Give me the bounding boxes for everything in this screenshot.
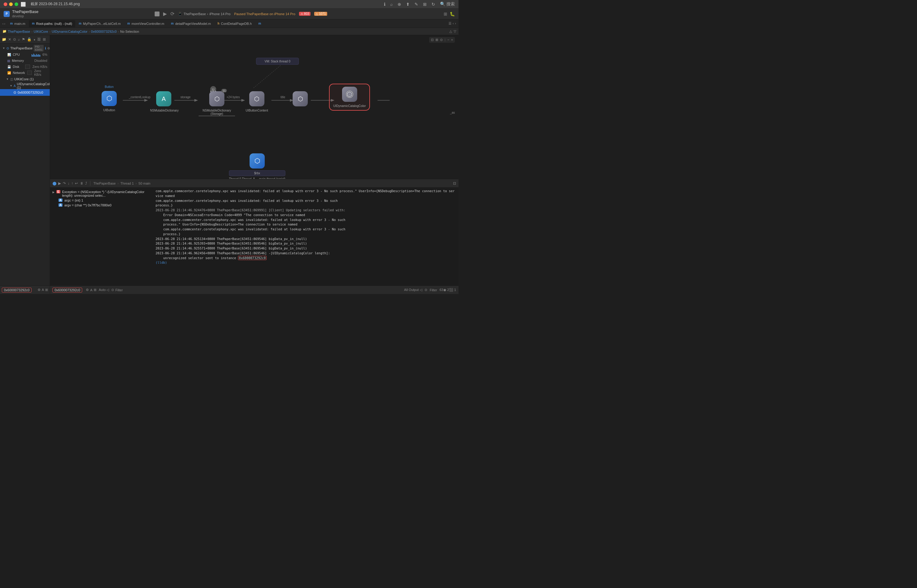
debug-arrow[interactable]: ▶ — [52, 191, 55, 194]
status-filter-icon[interactable]: A — [90, 288, 92, 292]
filter-right-label: Filter — [430, 288, 437, 292]
main-layout: 📁 ✕ ⊙ ⌕ ⚑ 🔒 ⬧ ⛓ ⊞ ▼ ⊙ ThePaperBase PID 6… — [0, 35, 458, 294]
device-selector[interactable]: 📱 ThePaperBase › iPhone 14 Pro — [178, 12, 230, 16]
step-out-icon[interactable]: ↑ — [71, 181, 73, 186]
tab-label: main.m — [14, 22, 25, 26]
zoom-fit-icon[interactable]: ⊡ — [431, 38, 433, 42]
argc-text: argc = (int) 1 — [64, 199, 83, 202]
tab-detailpage[interactable]: m detailPageViewModel.m — [168, 20, 214, 27]
filter-right-icon[interactable]: ⊙ — [425, 288, 427, 292]
console-clear-icon[interactable]: ⊡ — [453, 181, 456, 186]
minimize-button[interactable] — [9, 2, 13, 6]
settings-icon[interactable]: ⚙ — [47, 47, 50, 50]
zoom-capture-icon[interactable]: ⊙ — [440, 38, 443, 42]
edit-icon[interactable]: ✎ — [414, 2, 418, 6]
pause-icon[interactable]: ⏸ — [80, 181, 83, 186]
uikitcore-label: UIKitCore (1) — [14, 77, 34, 81]
uikitcore-item[interactable]: ▼ ◫ UIKitCore (1) — [0, 76, 50, 82]
tab-nav-back[interactable]: ‹ — [453, 21, 454, 26]
fullscreen-button[interactable] — [15, 2, 18, 6]
tab-contdetail[interactable]: h ContDetailPageDB.h — [214, 20, 255, 27]
nav-back-icon[interactable]: ‹ — [2, 22, 4, 26]
window-icon[interactable]: ⊞ — [423, 2, 427, 6]
breadcrumb-thepaper[interactable]: ThePaperBase — [8, 30, 30, 33]
console-output[interactable]: com.apple.commcenter.coretelephony.xpc w… — [153, 187, 458, 286]
instance-item[interactable]: ⊙ 0x6000073292c0 — [0, 89, 50, 96]
console-line-4: 2023-06-28 21:14:46.924476+0800 ThePaper… — [155, 208, 456, 213]
storage-icon[interactable]: ⬡ 11 — [209, 91, 225, 107]
step-into-icon[interactable]: ↓ — [68, 181, 70, 186]
breadcrumb-address[interactable]: 0x6000073292c0 — [91, 30, 116, 33]
zoom-grid-icon[interactable]: ⊞ — [435, 38, 438, 42]
sidebar-filter-icon[interactable]: ⊞ — [45, 288, 48, 292]
tab-moreview[interactable]: m moreViewController.m — [125, 20, 167, 27]
lock-icon[interactable]: 🔒 — [27, 37, 32, 42]
search2-icon[interactable]: 🔍 搜索 — [440, 2, 455, 7]
breadcrumb-uikit[interactable]: UIKitCore — [34, 30, 48, 33]
console-line-11: 2023-06-28 21:14:46.925393+0800 ThePaper… — [155, 241, 456, 246]
grid-icon[interactable]: ⊞ — [43, 37, 46, 42]
tab-nav-fwd[interactable]: › — [455, 21, 456, 26]
target-icon[interactable]: ⊙ — [13, 37, 16, 42]
console-line-5: Error Domain=NSCocoaErrorDomain Code=409… — [155, 213, 456, 218]
status-right: All Output ◁ ⊙ Filter 63◉ 2⬛ 1 — [404, 288, 456, 292]
sidebar-bottom: 0x6000073292c0 ⚙ A ⊞ — [0, 286, 50, 294]
process-item[interactable]: ▼ ⊙ ThePaperBase PID 63451 ℹ ⚙ — [0, 45, 50, 52]
sidebar-toggle-icon[interactable]: ⬜ — [21, 2, 26, 6]
breadcrumb-up-icon[interactable]: △ — [450, 29, 452, 33]
toolbar-sep — [90, 181, 91, 186]
search-icon[interactable]: ⌕ — [390, 2, 393, 6]
uibuttoncontent-icon[interactable]: ⬡ — [249, 91, 264, 107]
tab-icon: m — [10, 22, 13, 25]
folder-icon[interactable]: 📁 — [2, 37, 6, 42]
sidebar-settings-icon[interactable]: ⚙ — [37, 288, 40, 292]
mutabledict-icon[interactable]: A — [156, 91, 171, 107]
jump-icon[interactable]: ⤴ — [85, 181, 87, 186]
zoom-out-icon[interactable]: − — [447, 38, 449, 42]
step-over-button[interactable]: ⟳ — [170, 11, 175, 17]
continue-icon[interactable]: ▶ — [58, 181, 61, 186]
debug-icon[interactable]: 🐛 — [450, 11, 455, 16]
backtrace-icon[interactable]: ↩ — [75, 181, 78, 186]
tab-main[interactable]: m main.m — [7, 20, 28, 27]
title-icon[interactable]: ⬡ — [293, 91, 308, 107]
share-icon[interactable]: ⬆ — [406, 2, 410, 6]
breakpoint-icon[interactable]: ⬤ — [52, 181, 57, 186]
breadcrumb-down-icon[interactable]: ▽ — [454, 29, 456, 33]
link-icon[interactable]: ⛓ — [37, 37, 41, 42]
uidynamic-icon[interactable]: ⬡ ⊙ — [342, 87, 357, 102]
button-node-icon[interactable]: ⬡ — [102, 91, 117, 106]
thread-bottom-icon: ⬡ — [249, 153, 265, 168]
step-over-icon[interactable]: ↷ — [63, 181, 66, 186]
status-grid-icon[interactable]: ⊞ — [94, 288, 96, 292]
run-button[interactable]: ▶ — [163, 11, 167, 17]
breadcrumb-uidynamic[interactable]: UIDynamicCatalogColor — [52, 30, 87, 33]
network-value: Zero KB/s — [34, 69, 47, 76]
mag-icon[interactable]: ⌕ — [18, 37, 20, 42]
center-content: _contentLookup storage +24 bytes title V… — [50, 35, 458, 294]
tab-rootpaths[interactable]: m Root-paths: (null) - (null) — [29, 20, 75, 27]
close-button[interactable] — [4, 2, 7, 6]
tab-mypaper[interactable]: m MyPaperCh...elListCell.m — [76, 20, 124, 27]
sync-icon[interactable]: ↻ — [432, 2, 435, 6]
nav-fwd-icon[interactable]: › — [4, 22, 5, 26]
zoom-in-icon[interactable]: + — [451, 38, 453, 42]
sidebar-list-icon[interactable]: A — [42, 288, 44, 292]
tab-list-icon[interactable]: ☰ — [448, 21, 451, 26]
memory-icon: ▤ — [7, 59, 10, 63]
stop-button[interactable] — [155, 11, 160, 16]
info-icon[interactable]: ℹ — [384, 2, 385, 6]
title-bar-right: ℹ ⌕ ⊕ ⬆ ✎ ⊞ ↻ 🔍 搜索 — [384, 2, 455, 7]
uidynamic-item[interactable]: ▼ A UIDynamicCatalogColor (1) — [0, 82, 50, 89]
bottom-status-bar: 0x6000073292c0 ⚙ A ⊞ Auto ◁ ⊙ Filter All… — [50, 286, 458, 294]
status-settings-icon[interactable]: ⚙ — [86, 288, 89, 292]
tag-icon[interactable]: ⬧ — [33, 37, 36, 42]
tab-more[interactable]: m — [256, 20, 264, 27]
flag-icon[interactable]: ⚑ — [22, 37, 25, 42]
filter-icon[interactable]: ⊙ — [111, 288, 114, 292]
disk-row: 💾 Disk Zero KB/s — [0, 64, 50, 70]
zoom-icon[interactable]: ⊕ — [398, 2, 401, 6]
panels-icon[interactable]: ⊞ — [444, 11, 447, 16]
info-icon2[interactable]: ℹ — [45, 46, 46, 50]
x-icon[interactable]: ✕ — [8, 37, 11, 42]
